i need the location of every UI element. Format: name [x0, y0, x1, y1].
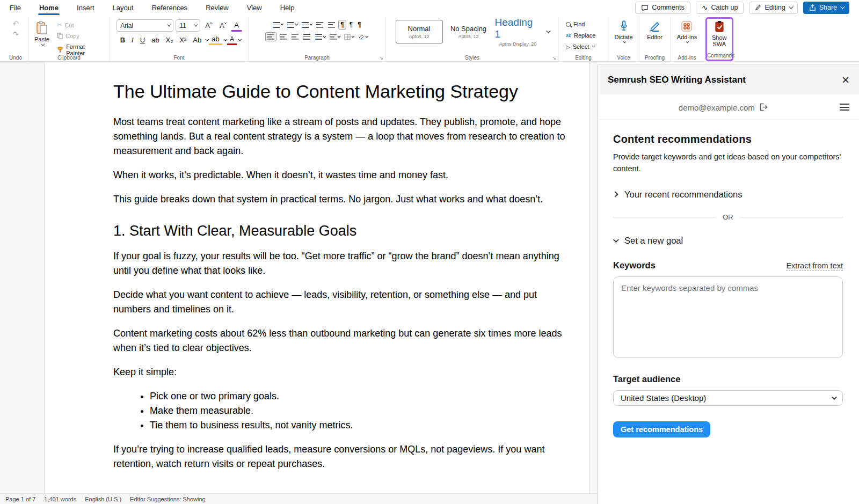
set-new-goal-toggle[interactable]: Set a new goal	[613, 236, 843, 246]
recent-recommendations-toggle[interactable]: Your recent recommendations	[613, 189, 843, 200]
align-center-button[interactable]	[278, 33, 288, 41]
catch-up-button[interactable]: ∿ Catch up	[696, 2, 744, 14]
document-page[interactable]: The Ultimate Guide to Content Marketing …	[44, 62, 589, 494]
select-button[interactable]: ▷Select	[564, 42, 597, 51]
chevron-down-icon	[310, 23, 313, 26]
editor-button[interactable]: Editor	[644, 18, 665, 42]
subscript-button[interactable]: X₂	[163, 35, 176, 45]
add-ins-button[interactable]: Add-ins	[674, 18, 700, 45]
share-button[interactable]: Share	[803, 2, 849, 14]
doc-p: This guide breaks down that system in pr…	[113, 192, 566, 207]
styles-dialog-launcher[interactable]: ↘	[552, 55, 556, 61]
doc-bullet-item: Make them measurable.	[150, 404, 566, 418]
rtl-paragraph-button[interactable]: ¶	[348, 20, 354, 29]
line-spacing-button[interactable]	[314, 33, 326, 41]
clear-formatting-button[interactable]: A	[231, 20, 242, 32]
chevron-down-icon	[352, 34, 355, 38]
target-audience-select[interactable]: United States (Desktop)	[613, 390, 843, 406]
redo-button[interactable]: ↷	[10, 29, 21, 40]
tab-references[interactable]: References	[151, 1, 188, 14]
get-recommendations-button[interactable]: Get recommendations	[613, 421, 710, 437]
font-color-button[interactable]: A	[227, 34, 237, 45]
align-right-icon	[292, 34, 299, 40]
line-spacing-icon	[315, 34, 322, 40]
account-email: demo@example.com	[679, 103, 755, 112]
logout-icon[interactable]	[759, 103, 768, 112]
dictate-button[interactable]: Dictate	[612, 18, 635, 45]
superscript-button[interactable]: X²	[177, 35, 189, 45]
text-effects-button[interactable]: Ab	[190, 35, 204, 45]
tab-home[interactable]: Home	[38, 1, 60, 14]
show-swa-button[interactable]: Show SWA	[709, 19, 730, 49]
align-left-button[interactable]	[265, 32, 276, 41]
paragraph-dialog-launcher[interactable]: ↘	[379, 55, 383, 61]
paste-clipboard-icon	[36, 21, 48, 35]
justify-button[interactable]	[302, 33, 312, 41]
find-button[interactable]: Find	[564, 20, 597, 28]
status-language[interactable]: English (U.S.)	[85, 496, 121, 502]
align-center-icon	[280, 34, 287, 40]
multilevel-list-button[interactable]	[300, 21, 313, 29]
comment-bubble-icon	[641, 4, 649, 11]
font-size-combo[interactable]: 11	[176, 19, 200, 32]
paste-button[interactable]: Paste	[32, 19, 52, 48]
extract-from-text-link[interactable]: Extract from text	[786, 261, 843, 271]
tab-help[interactable]: Help	[279, 1, 296, 14]
decrease-indent-button[interactable]	[315, 21, 325, 29]
status-word-count[interactable]: 1,401 words	[44, 496, 76, 502]
italic-button[interactable]: I	[129, 35, 136, 45]
underline-button[interactable]: U	[137, 35, 148, 45]
grow-font-button[interactable]: Aˆ	[202, 20, 215, 31]
keywords-input[interactable]	[613, 276, 843, 358]
align-left-icon	[267, 34, 274, 40]
doc-h2: 1. Start With Clear, Measurable Goals	[113, 223, 566, 239]
menu-icon[interactable]	[840, 102, 849, 113]
cut-button[interactable]: ✂Cut	[55, 20, 106, 30]
undo-button[interactable]: ↶	[10, 18, 21, 29]
undo-group: ↶ ↷ Undo	[3, 17, 28, 61]
justify-icon	[303, 34, 310, 40]
swa-panel-body: Content recommendations Provide target k…	[598, 120, 859, 437]
style-no-spacing[interactable]: No Spacing Aptos, 12	[445, 20, 492, 43]
status-editor-suggestions[interactable]: Editor Suggestions: Showing	[130, 496, 206, 502]
select-arrow-icon: ▷	[566, 44, 570, 50]
styles-gallery-chevron[interactable]	[546, 28, 550, 33]
borders-icon	[344, 34, 351, 40]
numbered-list-icon	[287, 22, 294, 28]
voice-group: Dictate Voice	[608, 17, 639, 61]
swa-panel: Semrush SEO Writing Assistant × demo@exa…	[598, 64, 859, 504]
tab-review[interactable]: Review	[205, 1, 230, 14]
show-marks-button[interactable]: ¶	[356, 20, 362, 29]
ltr-paragraph-button[interactable]: ¶	[338, 20, 346, 30]
bold-button[interactable]: B	[118, 35, 128, 45]
paragraph-spacing-button[interactable]	[328, 33, 341, 41]
paragraph-spacing-icon	[330, 34, 337, 40]
strikethrough-button[interactable]: ab	[149, 35, 162, 45]
style-heading-1[interactable]: Heading 1 Aptos Display, 20	[494, 20, 542, 43]
editing-mode-button[interactable]: Editing	[749, 2, 797, 14]
highlight-color-button[interactable]: ab	[209, 34, 222, 45]
align-right-button[interactable]	[290, 33, 300, 41]
shading-button[interactable]	[356, 33, 369, 41]
increase-indent-button[interactable]	[326, 21, 337, 29]
style-normal[interactable]: Normal Aptos, 12	[396, 20, 443, 43]
tab-layout[interactable]: Layout	[112, 1, 135, 14]
pilcrow-icon: ¶	[358, 21, 361, 28]
ribbon: ↶ ↷ Undo Paste ✂Cut Copy Format Painter …	[0, 15, 859, 62]
numbered-list-button[interactable]	[286, 21, 299, 29]
add-ins-grid-icon	[681, 20, 693, 33]
comments-button[interactable]: Comments	[635, 2, 690, 14]
copy-button[interactable]: Copy	[55, 32, 106, 40]
shrink-font-button[interactable]: Aˇ	[217, 20, 229, 31]
replace-button[interactable]: abReplace	[564, 31, 597, 40]
panel-description: Provide target keywords and get ideas ba…	[613, 151, 843, 175]
tab-view[interactable]: View	[246, 1, 263, 14]
chevron-down-icon	[41, 42, 45, 46]
status-page-count[interactable]: Page 1 of 7	[5, 496, 35, 502]
close-icon[interactable]: ×	[842, 74, 849, 86]
tab-file[interactable]: File	[9, 1, 22, 14]
bullet-list-button[interactable]	[271, 21, 284, 29]
tab-insert[interactable]: Insert	[76, 1, 96, 14]
font-family-combo[interactable]: Arial	[117, 19, 173, 32]
borders-button[interactable]	[343, 33, 355, 41]
